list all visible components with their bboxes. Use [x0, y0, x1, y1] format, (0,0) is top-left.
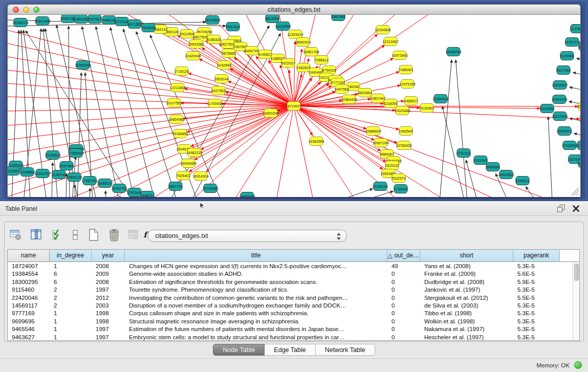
new-table-button[interactable]	[86, 226, 101, 244]
table-row[interactable]: 1456911722003Disruption of a novel membe…	[8, 302, 573, 310]
table-cell[interactable]: 14569117	[8, 302, 50, 310]
network-window-titlebar[interactable]: citations_edges.txt	[8, 5, 580, 15]
graph-node[interactable]: 20691406	[34, 17, 50, 26]
table-settings-button[interactable]	[8, 226, 24, 244]
graph-node[interactable]: 9827508	[221, 40, 234, 49]
table-cell[interactable]: 5.3E-5	[513, 334, 560, 340]
graph-node[interactable]: 6497568	[335, 85, 349, 94]
graph-node[interactable]: 20053346	[75, 61, 91, 70]
table-cell[interactable]: Stergiakouli et al. (2012)	[420, 294, 513, 302]
graph-node[interactable]: 17957223	[81, 177, 97, 185]
graph-node[interactable]: 12035827	[552, 81, 568, 90]
graph-node[interactable]: 16543382	[188, 40, 204, 49]
graph-node[interactable]: 9115460	[420, 104, 434, 113]
table-cell[interactable]: Hescheler et al. (1997)	[420, 334, 513, 340]
graph-node[interactable]: 2687645	[331, 15, 345, 21]
red-edge-rays[interactable]	[8, 15, 543, 197]
table-cell[interactable]: Wolkin et al. (1998)	[420, 318, 513, 325]
table-row[interactable]: 1872400712008Changes of HCN gene express…	[8, 262, 573, 270]
table-cell[interactable]: 5.3E-5	[513, 310, 560, 317]
column-header-short[interactable]: short	[420, 250, 513, 261]
graph-node[interactable]: 17359934	[68, 149, 83, 158]
table-cell[interactable]: 0	[387, 325, 420, 333]
table-cell[interactable]: 5.3E-5	[513, 262, 560, 270]
table-cell[interactable]: Tourette syndrome. Phenomenology and cla…	[125, 286, 387, 294]
table-cell[interactable]: 18300295	[8, 278, 50, 286]
column-header-title[interactable]: title	[125, 250, 387, 261]
graph-node[interactable]: 7625402	[176, 171, 190, 180]
column-header-in-degree[interactable]: in_degree	[50, 250, 92, 261]
graph-node[interactable]: 6791912	[456, 149, 470, 158]
show-columns-button[interactable]	[29, 226, 44, 244]
table-row[interactable]: 946554611997Estimation of the future num…	[8, 325, 573, 333]
table-cell[interactable]: 5.3E-5	[513, 318, 560, 325]
graph-node[interactable]: 18907249	[373, 139, 388, 147]
table-cell[interactable]: Embryonic stem cells: a model to study s…	[125, 334, 387, 340]
graph-node[interactable]: 19166852	[172, 129, 188, 138]
delete-table-button[interactable]	[126, 226, 141, 244]
table-cell[interactable]: 0	[387, 310, 420, 317]
graph-node[interactable]: 15992971	[556, 127, 572, 136]
table-cell[interactable]: Disruption of a novel member of a sodium…	[125, 302, 387, 310]
tab-network-table[interactable]: Network Table	[316, 344, 375, 356]
graph-node[interactable]: 14136141	[372, 182, 388, 191]
graph-node[interactable]: 16914304	[192, 172, 208, 181]
table-cell[interactable]: Nakamura et al. (1997)	[420, 325, 513, 333]
graph-node[interactable]: 10924502	[498, 170, 514, 179]
column-header-year[interactable]: year	[92, 250, 125, 261]
table-cell[interactable]: 2012	[92, 294, 125, 302]
graph-node[interactable]: 16958107	[97, 179, 113, 188]
graph-node[interactable]: 9875685	[222, 49, 235, 58]
graph-node[interactable]: 1084522	[578, 159, 580, 168]
graph-node[interactable]: 2522574	[391, 174, 405, 183]
table-cell[interactable]: Yano et al. (2008)	[420, 262, 513, 270]
graph-node[interactable]: 2803144	[214, 75, 228, 83]
graph-node[interactable]: 20360044	[432, 95, 448, 103]
table-cell[interactable]: 1998	[92, 310, 125, 317]
table-cell[interactable]: Jankovic et al. (1997)	[420, 286, 513, 294]
graph-node[interactable]: 10653267	[73, 15, 89, 24]
table-panel-header[interactable]: Table Panel	[0, 201, 588, 216]
graph-node[interactable]: 8427552	[211, 86, 225, 95]
table-cell[interactable]: 5.3E-5	[513, 302, 560, 310]
graph-node[interactable]: 1733426	[394, 185, 407, 193]
column-header-pagerank[interactable]: pagerank	[513, 250, 560, 261]
graph-node[interactable]: 7515526	[141, 24, 155, 32]
table-cell[interactable]: Tibbo et al. (1998)	[420, 310, 513, 317]
table-row[interactable]: 969969511998Structural magnetic resonanc…	[8, 318, 573, 325]
window-resize-grip[interactable]	[568, 185, 579, 196]
graph-node[interactable]: 11700438	[207, 99, 223, 108]
table-cell[interactable]: 0	[387, 318, 420, 325]
graph-node[interactable]: 12325419	[287, 30, 303, 39]
table-row[interactable]: 1938455462009Genome-wide association stu…	[8, 270, 573, 278]
graph-node[interactable]: 10973493	[391, 51, 407, 60]
table-cell[interactable]: Investigating the contribution of common…	[125, 294, 387, 302]
graph-node[interactable]: 16782759	[111, 184, 127, 193]
graph-node[interactable]: 10025488	[394, 106, 410, 115]
table-cell[interactable]: 1	[50, 262, 92, 270]
table-row[interactable]: 2242004622012Investigating the contribut…	[8, 294, 573, 302]
column-header-out-degree[interactable]: △ out_de…	[387, 250, 420, 261]
table-cell[interactable]: 1997	[92, 286, 125, 294]
table-cell[interactable]: 19384554	[8, 270, 50, 278]
graph-node[interactable]: 8912954	[180, 30, 193, 38]
graph-node[interactable]: 19751074	[564, 38, 580, 47]
graph-node[interactable]: 16033809	[204, 16, 220, 25]
graph-node[interactable]: 18640910	[295, 38, 311, 47]
graph-node[interactable]: 1527602	[88, 15, 101, 24]
graph-node[interactable]: 22420046	[185, 52, 201, 60]
deselect-all-button[interactable]	[68, 226, 83, 244]
table-row[interactable]: 911546021997Tourette syndrome. Phenomeno…	[8, 286, 573, 294]
memory-indicator[interactable]	[574, 361, 582, 369]
graph-node[interactable]: 11123640	[570, 25, 580, 33]
graph-node[interactable]: 12213363	[169, 83, 185, 92]
graph-node[interactable]: 12103454	[576, 141, 580, 150]
table-cell[interactable]: 0	[387, 334, 420, 340]
graph-node[interactable]: 7857224	[226, 23, 239, 31]
close-panel-icon[interactable]	[572, 205, 580, 212]
network-canvas[interactable]: 1872400788601288912954282260589827506818…	[8, 15, 580, 197]
graph-node[interactable]: 10688609	[365, 127, 381, 136]
graph-node[interactable]: 9245012	[515, 177, 529, 185]
graph-node[interactable]: 3915951	[8, 167, 20, 176]
graph-node[interactable]: 16210643	[552, 112, 568, 121]
